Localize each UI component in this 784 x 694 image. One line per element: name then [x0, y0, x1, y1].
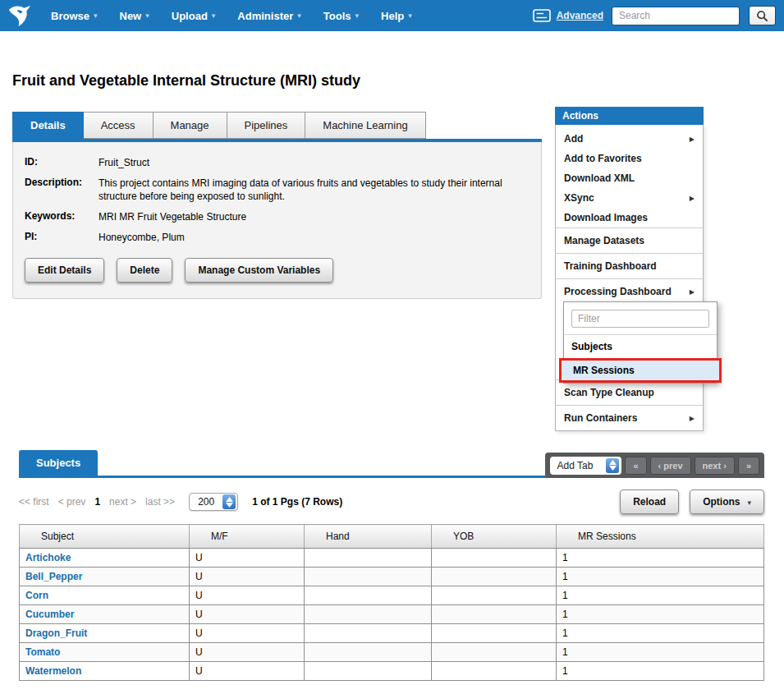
navbar-right: Advanced — [533, 6, 776, 25]
tabs-next-button[interactable]: next › — [695, 457, 735, 475]
xnat-logo-icon — [7, 3, 32, 29]
chevron-down-icon: ▾ — [94, 12, 98, 20]
cell-hand — [305, 624, 432, 643]
tabs-last-button[interactable]: » — [738, 457, 759, 475]
action-scan-type-cleanup-label: Scan Type Cleanup — [564, 387, 654, 398]
page-first-link[interactable]: << first — [19, 496, 49, 508]
action-xsync[interactable]: XSync▶ — [556, 188, 703, 208]
tab-machine-learning[interactable]: Machine Learning — [305, 112, 425, 139]
action-run-containers-label: Run Containers — [564, 412, 637, 424]
menu-tools[interactable]: Tools▾ — [323, 10, 359, 22]
action-processing-dashboard-label: Processing Dashboard — [564, 286, 672, 297]
field-description-value: This project contains MRI imaging data o… — [99, 177, 530, 203]
subject-link[interactable]: Bell_Pepper — [25, 571, 82, 582]
field-id-value: Fruit_Struct — [99, 156, 530, 169]
table-row: Corn U 1 — [20, 586, 764, 605]
advanced-search-icon[interactable] — [533, 9, 551, 22]
menu-browse[interactable]: Browse▾ — [51, 10, 98, 22]
tab-pipelines[interactable]: Pipelines — [227, 112, 306, 139]
table-row: Watermelon U 1 — [20, 662, 764, 681]
cell-mf: U — [190, 624, 305, 643]
select-stepper-icon — [222, 494, 236, 509]
column-header-subject[interactable]: Subject — [20, 525, 190, 549]
page-prev-link[interactable]: < prev — [58, 496, 86, 508]
search-button[interactable] — [749, 6, 776, 25]
subject-link[interactable]: Dragon_Fruit — [25, 627, 87, 639]
subject-link[interactable]: Tomato — [25, 646, 60, 658]
menu-new[interactable]: New▾ — [120, 10, 149, 22]
subject-link[interactable]: Cucumber — [25, 609, 74, 620]
column-header-hand[interactable]: Hand — [305, 525, 432, 549]
action-add[interactable]: Add▶ — [556, 129, 703, 149]
manage-custom-variables-button[interactable]: Manage Custom Variables — [185, 258, 333, 283]
action-add-to-favorites[interactable]: Add to Favorites — [556, 149, 703, 168]
table-row: Artichoke U 1 — [20, 549, 764, 568]
actions-menu-header: Actions — [555, 107, 704, 125]
details-panel: ID: Fruit_Struct Description: This proje… — [12, 142, 542, 299]
action-run-containers[interactable]: Run Containers▶ — [556, 405, 703, 430]
menu-tools-label: Tools — [323, 10, 351, 22]
column-header-yob[interactable]: YOB — [432, 525, 557, 549]
field-id-label: ID: — [25, 156, 99, 169]
submenu-item-mr-sessions[interactable]: MR Sessions — [559, 358, 722, 383]
action-training-dashboard[interactable]: Training Dashboard — [556, 253, 703, 278]
tab-subjects[interactable]: Subjects — [19, 450, 98, 476]
cell-yob — [432, 662, 557, 681]
submenu-filter-input[interactable] — [571, 310, 709, 328]
page-size-select[interactable]: 200 — [189, 493, 238, 511]
options-button-label: Options — [703, 496, 740, 508]
delete-button[interactable]: Delete — [117, 258, 172, 283]
table-row: Cucumber U 1 — [20, 605, 764, 624]
cell-mf: U — [190, 605, 305, 624]
select-stepper-icon — [606, 458, 619, 473]
action-processing-dashboard[interactable]: Processing Dashboard▶ — [556, 278, 703, 304]
subject-link[interactable]: Corn — [25, 590, 48, 601]
cell-yob — [432, 568, 557, 586]
menu-upload-label: Upload — [172, 10, 208, 22]
tab-details[interactable]: Details — [12, 112, 84, 139]
action-xsync-label: XSync — [564, 192, 594, 204]
subjects-table: Subject M/F Hand YOB MR Sessions Articho… — [19, 524, 764, 681]
cell-mf: U — [190, 643, 305, 662]
menu-administer-label: Administer — [237, 10, 293, 22]
menu-help[interactable]: Help▾ — [381, 10, 412, 22]
search-input[interactable] — [612, 7, 740, 25]
chevron-down-icon: ▾ — [408, 12, 412, 20]
menu-new-label: New — [120, 10, 142, 22]
add-tab-select[interactable]: Add Tab — [550, 457, 622, 475]
xnat-logo[interactable] — [7, 3, 43, 29]
column-header-mf[interactable]: M/F — [190, 525, 305, 549]
tabs-first-button[interactable]: « — [625, 457, 646, 475]
actions-menu-body: Add▶ Add to Favorites Download XML XSync… — [555, 125, 704, 431]
action-download-xml[interactable]: Download XML — [556, 168, 703, 188]
advanced-search-link[interactable]: Advanced — [557, 10, 603, 21]
field-keywords-value: MRI MR Fruit Vegetable Structure — [99, 210, 530, 223]
edit-details-button[interactable]: Edit Details — [25, 258, 104, 283]
menu-upload[interactable]: Upload▾ — [172, 10, 216, 22]
page-title: Fruit and Vegetable Internal Structure (… — [12, 72, 784, 90]
menu-administer[interactable]: Administer▾ — [237, 10, 300, 22]
cell-mf: U — [190, 549, 305, 568]
main-menu: Browse▾ New▾ Upload▾ Administer▾ Tools▾ … — [51, 10, 412, 22]
action-download-xml-label: Download XML — [564, 172, 635, 184]
pagination-bar: << first < prev 1 next > last >> 200 1 o… — [19, 489, 764, 514]
submenu-item-subjects[interactable]: Subjects — [564, 334, 717, 358]
subject-link[interactable]: Artichoke — [25, 552, 71, 563]
tab-manage[interactable]: Manage — [154, 112, 227, 139]
column-header-mr-sessions[interactable]: MR Sessions — [557, 525, 764, 549]
cell-hand — [305, 643, 432, 662]
page-next-link[interactable]: next > — [109, 496, 136, 508]
action-download-images-label: Download Images — [564, 212, 648, 223]
cell-yob — [432, 549, 557, 568]
subjects-section: Subjects Add Tab « ‹ prev next › » << fi… — [19, 453, 764, 681]
action-manage-datasets[interactable]: Manage Datasets — [556, 228, 703, 253]
reload-button[interactable]: Reload — [620, 489, 679, 514]
page-last-link[interactable]: last >> — [145, 496, 175, 508]
tabs-prev-button[interactable]: ‹ prev — [650, 457, 691, 475]
action-download-images[interactable]: Download Images — [556, 208, 703, 228]
cell-hand — [305, 662, 432, 681]
tab-access[interactable]: Access — [84, 112, 154, 139]
cell-yob — [432, 586, 557, 605]
options-button[interactable]: Options▾ — [690, 489, 764, 514]
subject-link[interactable]: Watermelon — [25, 665, 81, 677]
